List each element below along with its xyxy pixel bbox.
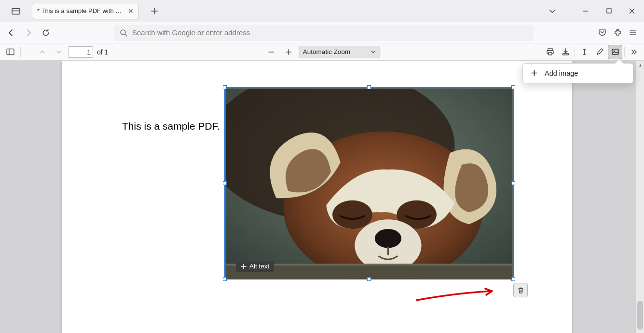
svg-rect-7 <box>548 53 552 55</box>
svg-rect-0 <box>12 8 20 14</box>
plus-icon <box>531 69 538 77</box>
zoom-controls: Automatic Zoom <box>264 45 380 59</box>
close-tab-icon[interactable]: ✕ <box>128 7 134 15</box>
pdf-text-content: This is a sample PDF. <box>122 120 220 132</box>
plus-icon <box>241 264 247 269</box>
inserted-image-selection[interactable]: Alt text <box>224 87 514 280</box>
reload-button[interactable] <box>39 26 53 40</box>
inserted-image[interactable] <box>226 89 512 279</box>
toolbar-separator <box>624 47 625 57</box>
save-to-pocket-button[interactable] <box>595 26 609 40</box>
svg-point-17 <box>375 229 401 248</box>
add-image-menu: Add image <box>522 63 633 83</box>
sidebar-toggle-button[interactable] <box>3 45 17 59</box>
resize-handle-ne[interactable] <box>511 85 515 89</box>
pdf-viewer-area[interactable]: This is a sample PDF. <box>0 61 644 333</box>
toolbar-separator <box>20 47 21 57</box>
resize-handle-s[interactable] <box>367 277 371 281</box>
resize-handle-se[interactable] <box>511 277 515 281</box>
vertical-scrollbar[interactable]: ▴ <box>636 61 644 333</box>
address-input[interactable] <box>127 28 528 37</box>
alt-text-button[interactable]: Alt text <box>236 261 274 272</box>
toolbar-separator <box>575 47 575 57</box>
scroll-up-arrow[interactable]: ▴ <box>636 61 644 68</box>
pdf-toolbar-right: Add image <box>543 45 641 59</box>
page-count-label: of 1 <box>97 48 108 56</box>
back-button[interactable] <box>4 26 18 40</box>
resize-handle-sw[interactable] <box>223 277 227 281</box>
resize-handle-e[interactable] <box>511 181 515 185</box>
trash-icon <box>517 287 524 294</box>
pdf-toolbar: of 1 Automatic Zoom <box>0 43 644 61</box>
address-bar[interactable] <box>114 25 534 41</box>
list-all-tabs-button[interactable] <box>546 4 559 18</box>
svg-rect-1 <box>607 9 611 13</box>
annotation-arrow <box>414 288 501 303</box>
zoom-select-label: Automatic Zoom <box>303 48 350 55</box>
text-annotation-button[interactable] <box>577 45 591 59</box>
chevron-down-icon <box>370 49 376 54</box>
delete-image-button[interactable] <box>513 283 528 297</box>
page-number-input[interactable] <box>68 46 93 58</box>
maximize-button[interactable] <box>598 0 620 22</box>
zoom-in-button[interactable] <box>281 45 296 59</box>
add-image-label: Add image <box>545 69 578 77</box>
draw-annotation-button[interactable] <box>592 45 607 59</box>
resize-handle-nw[interactable] <box>223 85 227 89</box>
title-bar-left: * This is a sample PDF with an imag ✕ <box>0 3 165 19</box>
svg-point-14 <box>332 200 372 229</box>
resize-handle-w[interactable] <box>223 181 227 185</box>
title-bar: * This is a sample PDF with an imag ✕ <box>0 0 644 22</box>
alt-text-label: Alt text <box>249 263 269 270</box>
download-button[interactable] <box>558 45 573 59</box>
minimize-button[interactable] <box>575 0 597 22</box>
image-annotation-button[interactable] <box>608 45 622 59</box>
new-tab-button[interactable] <box>148 4 161 18</box>
resize-handle-n[interactable] <box>367 85 371 89</box>
svg-rect-8 <box>562 53 568 55</box>
zoom-select[interactable]: Automatic Zoom <box>299 46 380 58</box>
forward-button[interactable] <box>21 26 36 40</box>
zoom-out-button[interactable] <box>264 45 278 59</box>
more-tools-button[interactable] <box>627 45 641 59</box>
previous-page-button[interactable] <box>35 45 50 59</box>
search-icon <box>120 29 127 37</box>
svg-rect-4 <box>7 49 14 55</box>
add-image-menu-item[interactable]: Add image <box>523 66 633 81</box>
pdf-page[interactable]: This is a sample PDF. <box>62 61 572 333</box>
application-menu-button[interactable] <box>626 26 640 40</box>
nav-right-controls <box>595 26 640 40</box>
close-window-button[interactable] <box>621 0 643 22</box>
navigation-toolbar <box>0 22 644 43</box>
svg-rect-9 <box>612 49 618 54</box>
window-controls <box>546 0 644 22</box>
extensions-button[interactable] <box>610 26 625 40</box>
print-button[interactable] <box>543 45 557 59</box>
next-page-button[interactable] <box>52 45 66 59</box>
tab-title: * This is a sample PDF with an imag <box>37 7 124 14</box>
firefox-view-button[interactable] <box>9 4 23 18</box>
browser-tab[interactable]: * This is a sample PDF with an imag ✕ <box>32 3 139 19</box>
scrollbar-thumb[interactable] <box>637 301 643 330</box>
